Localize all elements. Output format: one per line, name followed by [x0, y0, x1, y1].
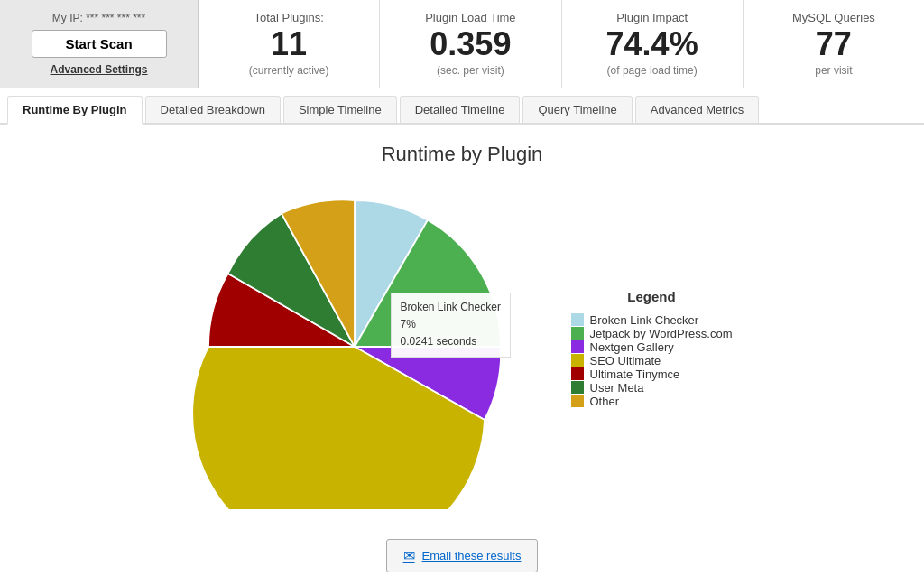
email-icon: ✉: [403, 547, 415, 564]
email-section: ✉ Email these results: [18, 539, 906, 572]
stat-mysql-queries-value: 77: [816, 28, 852, 60]
stat-plugin-impact-sub: (of page load time): [607, 64, 698, 77]
legend-color-swatch: [571, 367, 584, 380]
legend-item: User Meta: [571, 381, 733, 395]
header: My IP: *** *** *** *** Start Scan Advanc…: [0, 0, 924, 88]
legend-item: Nextgen Gallery: [571, 340, 733, 354]
legend-color-swatch: [571, 327, 584, 340]
stat-plugin-impact-value: 74.4%: [606, 28, 698, 60]
tab-detailed-timeline[interactable]: Detailed Timeline: [400, 96, 521, 123]
legend: Legend Broken Link Checker Jetpack by Wo…: [571, 289, 733, 408]
legend-item-label: Broken Link Checker: [590, 313, 699, 327]
legend-item: Ultimate Tinymce: [571, 367, 733, 381]
legend-title: Legend: [571, 289, 733, 304]
legend-item: SEO Ultimate: [571, 354, 733, 367]
start-scan-button[interactable]: Start Scan: [32, 30, 167, 58]
stat-plugin-load-time-value: 0.359: [430, 28, 511, 60]
stat-mysql-queries-sub: per visit: [815, 64, 852, 77]
stat-mysql-queries-label: MySQL Queries: [792, 11, 875, 24]
legend-color-swatch: [571, 340, 584, 353]
legend-item-label: Other: [590, 395, 620, 408]
stat-plugin-load-time-sub: (sec. per visit): [437, 64, 504, 77]
legend-item-label: User Meta: [590, 381, 644, 395]
legend-item: Other: [571, 395, 733, 408]
stat-total-plugins-sub: (currently active): [249, 64, 329, 77]
legend-item: Jetpack by WordPress.com: [571, 327, 733, 340]
legend-item-label: Jetpack by WordPress.com: [590, 327, 733, 340]
stat-plugin-load-time: Plugin Load Time 0.359 (sec. per visit): [380, 0, 561, 88]
pie-chart-wrapper: Broken Link Checker 7% 0.0241 seconds: [192, 184, 517, 512]
legend-item-label: Ultimate Tinymce: [590, 367, 680, 381]
legend-item-label: SEO Ultimate: [590, 354, 661, 367]
tab-advanced-metrics[interactable]: Advanced Metrics: [635, 96, 759, 123]
email-results-button[interactable]: ✉ Email these results: [386, 539, 539, 572]
stat-mysql-queries: MySQL Queries 77 per visit: [744, 0, 924, 88]
main-content: Runtime by Plugin: [0, 125, 924, 586]
my-ip-label: My IP: *** *** *** ***: [52, 12, 145, 24]
legend-color-swatch: [571, 381, 584, 394]
my-ip-panel: My IP: *** *** *** *** Start Scan Advanc…: [0, 0, 199, 88]
stat-total-plugins-label: Total Plugins:: [254, 11, 323, 24]
tab-query-timeline[interactable]: Query Timeline: [522, 96, 632, 123]
stat-total-plugins-value: 11: [271, 28, 307, 60]
tab-runtime-by-plugin[interactable]: Runtime By Plugin: [7, 96, 143, 125]
tab-detailed-breakdown[interactable]: Detailed Breakdown: [145, 96, 281, 123]
legend-color-swatch: [571, 395, 584, 407]
tabs-container: Runtime By Plugin Detailed Breakdown Sim…: [0, 88, 924, 125]
advanced-settings-link[interactable]: Advanced Settings: [50, 63, 147, 76]
legend-items: Broken Link Checker Jetpack by WordPress…: [571, 313, 733, 408]
pie-chart: [192, 184, 517, 509]
chart-area: Broken Link Checker 7% 0.0241 seconds Le…: [18, 184, 906, 512]
stat-plugin-impact: Plugin Impact 74.4% (of page load time): [562, 0, 744, 88]
stat-plugin-impact-label: Plugin Impact: [616, 11, 688, 24]
legend-color-swatch: [571, 354, 584, 367]
legend-color-swatch: [571, 313, 584, 326]
email-button-label: Email these results: [422, 549, 522, 563]
legend-item-label: Nextgen Gallery: [590, 340, 674, 354]
stat-plugin-load-time-label: Plugin Load Time: [425, 11, 515, 24]
tab-simple-timeline[interactable]: Simple Timeline: [283, 96, 397, 123]
legend-item: Broken Link Checker: [571, 313, 733, 327]
stat-total-plugins: Total Plugins: 11 (currently active): [199, 0, 380, 88]
chart-title: Runtime by Plugin: [18, 143, 906, 166]
